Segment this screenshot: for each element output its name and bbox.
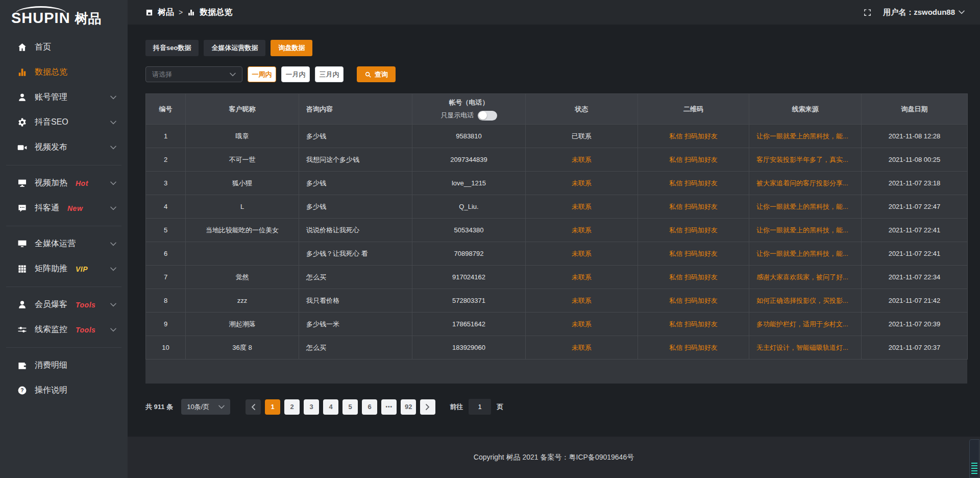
cell-source[interactable]: 让你一眼就爱上的黑科技，能... bbox=[749, 125, 862, 148]
page-ellipsis-button[interactable]: ••• bbox=[381, 399, 397, 415]
search-icon bbox=[364, 71, 372, 78]
sidebar-item-label: 抖音SEO bbox=[35, 117, 68, 128]
cell-date: 2021-11-07 20:39 bbox=[862, 313, 968, 336]
cell-qr[interactable]: 私信 扫码加好友 bbox=[638, 336, 749, 360]
copyright-text: Copyright 树品 2021 备案号：粤ICP备09019646号 bbox=[474, 453, 634, 462]
cell-source[interactable]: 让你一眼就爱上的黑科技，能... bbox=[749, 242, 862, 266]
cell-id: 1 bbox=[146, 125, 186, 148]
sidebar-item-consumption-detail[interactable]: 消费明细 bbox=[0, 353, 128, 378]
cell-source[interactable]: 被大家追着问的客厅投影分享... bbox=[749, 172, 862, 195]
column-header-3: 帐号（电话）只显示电话 bbox=[412, 94, 526, 125]
cell-qr[interactable]: 私信 扫码加好友 bbox=[638, 195, 749, 219]
sidebar-item-member-baoke[interactable]: 会员爆客Tools bbox=[0, 292, 128, 317]
cell-source[interactable]: 让你一眼就爱上的黑科技，能... bbox=[749, 219, 862, 242]
table-row: 7觉然怎么买917024162未联系私信 扫码加好友感谢大家喜欢我家，被问了好.… bbox=[146, 266, 968, 289]
cell-source[interactable]: 无主灯设计，智能磁吸轨道灯... bbox=[749, 336, 862, 360]
cell-qr[interactable]: 私信 扫码加好友 bbox=[638, 313, 749, 336]
page-size-select[interactable]: 10条/页 bbox=[181, 399, 230, 415]
breadcrumb-separator: > bbox=[179, 8, 183, 16]
cell-account: love__1215 bbox=[412, 172, 526, 195]
filter-select[interactable]: 请选择 bbox=[145, 66, 242, 82]
cell-account: 2097344839 bbox=[412, 148, 526, 172]
cell-account: 572803371 bbox=[412, 289, 526, 313]
phone-column-title: 帐号（电话） bbox=[420, 98, 518, 107]
date-range-button-1[interactable]: 一月内 bbox=[281, 66, 310, 82]
cell-qr[interactable]: 私信 扫码加好友 bbox=[638, 219, 749, 242]
sidebar: SHUPIN 树品 首页数据总览账号管理抖音SEO视频发布视频加热Hot抖客通N… bbox=[0, 0, 128, 478]
fullscreen-icon[interactable] bbox=[863, 8, 872, 17]
cell-qr[interactable]: 私信 扫码加好友 bbox=[638, 172, 749, 195]
sidebar-item-label: 首页 bbox=[35, 42, 51, 53]
table-row: 2不可一世我想问这个多少钱2097344839未联系私信 扫码加好友客厅安装投影… bbox=[146, 148, 968, 172]
cell-qr[interactable]: 私信 扫码加好友 bbox=[638, 148, 749, 172]
cell-source[interactable]: 客厅安装投影半年多了，真实... bbox=[749, 148, 862, 172]
sidebar-item-badge: Tools bbox=[76, 301, 95, 309]
goto-page-input[interactable] bbox=[469, 399, 491, 415]
page-button-5[interactable]: 5 bbox=[342, 399, 358, 415]
chevron-down-icon bbox=[230, 73, 236, 77]
sidebar-item-data-overview[interactable]: 数据总览 bbox=[0, 60, 128, 85]
sidebar-item-omni-media[interactable]: 全媒体运营 bbox=[0, 231, 128, 256]
page-button-92[interactable]: 92 bbox=[401, 399, 416, 415]
cell-id: 10 bbox=[146, 336, 186, 360]
next-page-button[interactable] bbox=[420, 399, 435, 415]
sidebar-item-label: 视频发布 bbox=[35, 142, 67, 153]
phone-only-toggle[interactable] bbox=[478, 111, 497, 121]
sidebar-item-matrix-boost[interactable]: 矩阵助推VIP bbox=[0, 256, 128, 281]
search-button[interactable]: 查询 bbox=[357, 66, 396, 82]
breadcrumb-app[interactable]: 树品 bbox=[158, 7, 174, 18]
sidebar-item-label: 账号管理 bbox=[35, 92, 67, 103]
tab-omni-media-data[interactable]: 全媒体运营数据 bbox=[204, 40, 265, 56]
page-button-4[interactable]: 4 bbox=[323, 399, 338, 415]
date-range-button-2[interactable]: 三月内 bbox=[315, 66, 344, 82]
table-row: 1036度 8怎么买183929060未联系私信 扫码加好友无主灯设计，智能磁吸… bbox=[146, 336, 968, 360]
cell-id: 5 bbox=[146, 219, 186, 242]
cell-status: 未联系 bbox=[526, 172, 638, 195]
sidebar-item-video-publish[interactable]: 视频发布 bbox=[0, 135, 128, 160]
gear-icon bbox=[17, 117, 27, 127]
chevron-down-icon bbox=[110, 303, 116, 307]
sidebar-item-account-management[interactable]: 账号管理 bbox=[0, 85, 128, 110]
cell-status: 未联系 bbox=[526, 242, 638, 266]
cell-qr[interactable]: 私信 扫码加好友 bbox=[638, 289, 749, 313]
cell-qr[interactable]: 私信 扫码加好友 bbox=[638, 266, 749, 289]
cell-content: 多少钱一米 bbox=[299, 313, 412, 336]
cell-content: 多少钱？让我死心 看 bbox=[299, 242, 412, 266]
prev-page-button[interactable] bbox=[246, 399, 261, 415]
cell-status: 未联系 bbox=[526, 313, 638, 336]
tab-inquiry-data[interactable]: 询盘数据 bbox=[271, 40, 312, 56]
page-button-1[interactable]: 1 bbox=[265, 399, 280, 415]
topbar: 树品 > 数据总览 用户名：zswodun88 bbox=[128, 0, 980, 25]
cell-source[interactable]: 如何正确选择投影仪，买投影... bbox=[749, 289, 862, 313]
cell-source[interactable]: 感谢大家喜欢我家，被问了好... bbox=[749, 266, 862, 289]
sidebar-item-douyin-seo[interactable]: 抖音SEO bbox=[0, 110, 128, 135]
search-button-label: 查询 bbox=[375, 70, 388, 79]
sidebar-item-lead-monitor[interactable]: 线索监控Tools bbox=[0, 317, 128, 342]
sidebar-item-douketong[interactable]: 抖客通New bbox=[0, 196, 128, 221]
cell-qr[interactable]: 私信 扫码加好友 bbox=[638, 242, 749, 266]
total-count: 共 911 条 bbox=[145, 402, 173, 412]
user-menu[interactable]: 用户名：zswodun88 bbox=[883, 8, 965, 17]
chevron-down-icon bbox=[110, 95, 116, 100]
sidebar-item-home[interactable]: 首页 bbox=[0, 35, 128, 60]
page-button-6[interactable]: 6 bbox=[362, 399, 377, 415]
grid-icon bbox=[17, 264, 27, 274]
cell-id: 4 bbox=[146, 195, 186, 219]
cell-source[interactable]: 多功能护栏灯，适用于乡村文... bbox=[749, 313, 862, 336]
cell-nickname: 不可一世 bbox=[186, 148, 299, 172]
date-range-buttons: 一周内一月内三月内 bbox=[242, 66, 344, 82]
tab-douyin-seo-data[interactable]: 抖音seo数据 bbox=[145, 40, 199, 56]
cell-status: 未联系 bbox=[526, 148, 638, 172]
page-button-2[interactable]: 2 bbox=[284, 399, 300, 415]
date-range-button-0[interactable]: 一周内 bbox=[248, 66, 276, 82]
sidebar-divider bbox=[6, 226, 121, 226]
page-size-value: 10条/页 bbox=[187, 402, 209, 412]
sidebar-item-operation-guide[interactable]: ?操作说明 bbox=[0, 378, 128, 403]
sidebar-item-video-heat[interactable]: 视频加热Hot bbox=[0, 171, 128, 196]
page-button-3[interactable]: 3 bbox=[304, 399, 319, 415]
sidebar-menu: 首页数据总览账号管理抖音SEO视频发布视频加热Hot抖客通New全媒体运营矩阵助… bbox=[0, 30, 128, 403]
cell-source[interactable]: 让你一眼就爱上的黑科技，能... bbox=[749, 195, 862, 219]
cell-id: 6 bbox=[146, 242, 186, 266]
cell-qr[interactable]: 私信 扫码加好友 bbox=[638, 125, 749, 148]
floating-widget[interactable] bbox=[969, 439, 979, 478]
